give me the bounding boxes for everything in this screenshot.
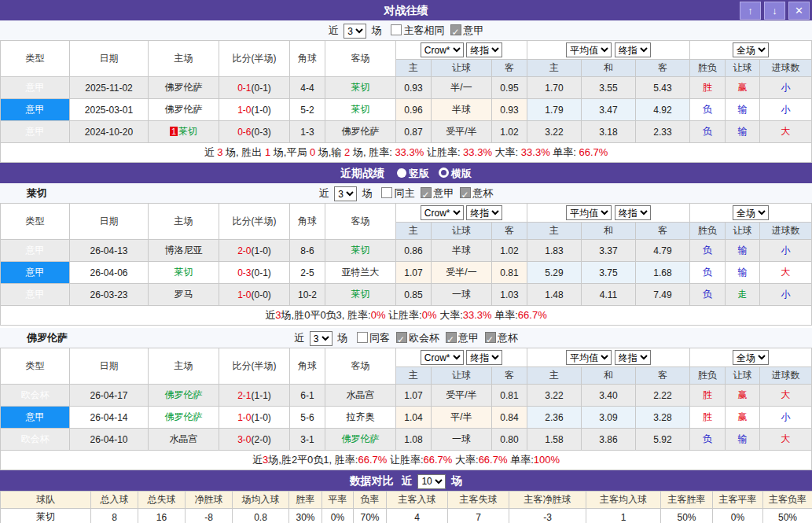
checkbox-box[interactable]	[460, 187, 471, 198]
radio-icon[interactable]	[397, 168, 406, 178]
col-type: 类型	[1, 41, 70, 77]
avg-select[interactable]: 平均值	[566, 42, 612, 57]
radio-icon[interactable]	[439, 168, 449, 178]
odds-handicap-cell: 一球	[432, 429, 492, 451]
odds-handicap-cell: 半球	[432, 99, 492, 121]
score-cell: 1-0(0-0)	[219, 284, 290, 306]
score-cell: 0-6(0-3)	[219, 121, 290, 143]
checkbox-label: 意杯	[498, 332, 518, 344]
filter-checkbox[interactable]: 意甲	[421, 187, 454, 199]
checkbox-box[interactable]	[396, 332, 407, 343]
col-wdl: 胜负	[690, 223, 726, 240]
col-date: 日期	[70, 204, 149, 240]
score-cell: 0-1(0-1)	[219, 77, 290, 99]
goals-cell: 小	[760, 99, 812, 121]
summary-segment: 66.7%	[358, 454, 387, 466]
rounds-select[interactable]: 3	[334, 186, 357, 201]
compare-title: 数据对比	[350, 474, 394, 487]
fulltime-select[interactable]: 全场	[733, 42, 769, 57]
odds-stage-select[interactable]: 终指	[466, 350, 502, 365]
goals-cell: 小	[760, 407, 812, 429]
filter-checkbox[interactable]: 意杯	[485, 332, 518, 344]
table-row: 意甲 26-04-13 博洛尼亚 2-0(1-0) 8-6 莱切 0.86 半球…	[1, 240, 812, 262]
close-icon[interactable]: ✕	[788, 2, 810, 20]
avg-stage-select[interactable]: 终指	[615, 350, 651, 365]
col-away: 客场	[325, 348, 396, 385]
checkbox-box[interactable]	[391, 24, 402, 35]
home-team: 莱切	[178, 126, 197, 137]
league-cell: 欧会杯	[1, 385, 70, 407]
layout-radio[interactable]: 横版	[429, 168, 472, 179]
odds-company-select[interactable]: Crow*	[421, 350, 464, 365]
checkbox-box[interactable]	[446, 332, 457, 343]
handicap-result-cell: 赢	[726, 407, 760, 429]
checkbox-box[interactable]	[381, 187, 392, 198]
filter-checkbox[interactable]: 意甲	[450, 24, 483, 36]
lecce-filter-row: 莱切 近 3 场 同主意甲意杯	[0, 183, 812, 203]
summary-segment: 66.7%	[579, 146, 608, 158]
col-odds-home: 主	[396, 60, 432, 77]
filter-checkbox[interactable]: 同客	[357, 332, 390, 344]
summary-segment: 0%	[422, 309, 437, 321]
date-cell: 2024-10-20	[70, 121, 149, 143]
avg-select[interactable]: 平均值	[566, 350, 612, 365]
league-cell: 欧会杯	[1, 429, 70, 451]
avg-draw-cell: 3.47	[582, 99, 636, 121]
odds-company-select[interactable]: Crow*	[421, 205, 464, 220]
col-home: 主场	[149, 204, 219, 240]
goals-cell: 大	[760, 385, 812, 407]
away-team: 莱切	[351, 245, 370, 256]
filter-checkbox[interactable]: 意杯	[460, 187, 493, 199]
home-team-cell: 罗马	[149, 284, 219, 306]
home-team-cell: 莱切	[149, 262, 219, 284]
odds-handicap-cell: 平/半	[432, 407, 492, 429]
filter-checkbox[interactable]: 欧会杯	[396, 332, 439, 344]
filter-checkbox[interactable]: 同主	[381, 187, 414, 199]
score-cell: 0-3(0-1)	[219, 262, 290, 284]
rounds-select[interactable]: 3	[344, 24, 366, 39]
scroll-down-button[interactable]: ↓	[764, 2, 785, 20]
fulltime-select[interactable]: 全场	[733, 350, 769, 365]
checkbox-box[interactable]	[357, 332, 368, 343]
league-cell: 意甲	[1, 262, 70, 284]
home-team: 佛罗伦萨	[165, 104, 203, 115]
avg-draw-cell: 4.11	[582, 284, 636, 306]
away-team-cell: 水晶宫	[325, 385, 396, 407]
odds-stage-select[interactable]: 终指	[466, 205, 502, 220]
col-away: 客场	[325, 41, 396, 77]
h2h-filter-row: 近 3 场 主客相同意甲	[0, 20, 812, 40]
filter-checkbox[interactable]: 意甲	[446, 332, 479, 344]
away-team-cell: 莱切	[325, 77, 396, 99]
rounds-select[interactable]: 3	[310, 331, 333, 346]
summary-segment: 大率:	[437, 309, 463, 321]
fiorentina-rows: 欧会杯 26-04-17 佛罗伦萨 2-1(1-1) 6-1 水晶宫 1.07 …	[1, 385, 812, 451]
wdl-cell: 胜	[690, 407, 726, 429]
home-team-cell: 水晶宫	[149, 429, 219, 451]
odds-company-select[interactable]: Crow*	[421, 42, 464, 57]
scroll-up-button[interactable]: ↑	[740, 2, 761, 20]
layout-radio[interactable]: 竖版	[388, 168, 429, 179]
halftime-score: (0-1)	[252, 267, 271, 278]
compare-rounds-select[interactable]: 10	[417, 474, 446, 489]
odds-away-cell: 0.80	[492, 429, 527, 451]
win-rate-cell: 30%	[289, 509, 322, 523]
checkbox-box[interactable]	[450, 24, 461, 35]
avg-select[interactable]: 平均值	[566, 205, 612, 220]
home-team-cell: 博洛尼亚	[149, 240, 219, 262]
avg-draw-cell: 3.55	[582, 77, 636, 99]
odds-home-cell: 1.07	[396, 262, 432, 284]
fulltime-score: 0-6	[237, 127, 251, 138]
home-team: 罗马	[175, 289, 193, 300]
summary-segment: 66.7%	[424, 454, 453, 466]
table-row: 意甲 26-04-14 佛罗伦萨 1-0(1-0) 5-6 拉齐奥 1.04 平…	[1, 407, 812, 429]
checkbox-box[interactable]	[485, 332, 496, 343]
lecce-filter-checks: 同主意甲意杯	[375, 187, 493, 199]
odds-stage-select[interactable]: 终指	[466, 42, 502, 57]
handicap-result-cell: 输	[726, 99, 760, 121]
checkbox-box[interactable]	[421, 187, 432, 198]
avg-stage-select[interactable]: 终指	[615, 205, 651, 220]
avg-stage-select[interactable]: 终指	[615, 42, 651, 57]
filter-checkbox[interactable]: 主客相同	[391, 24, 444, 36]
fulltime-select[interactable]: 全场	[733, 205, 769, 220]
avg-away-cell: 4.92	[636, 99, 690, 121]
